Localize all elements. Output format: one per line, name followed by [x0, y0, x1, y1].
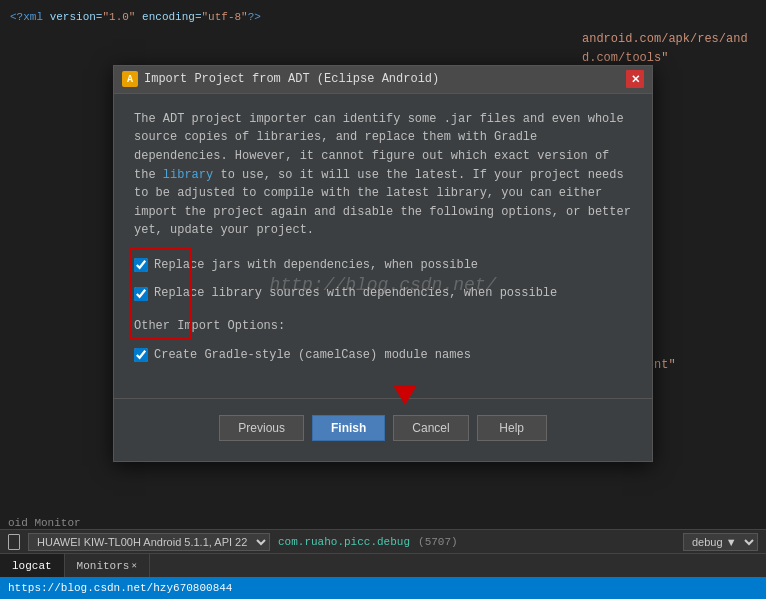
checkbox-replace-jars-label: Replace jars with dependencies, when pos…	[154, 256, 478, 275]
dialog-body: The ADT project importer can identify so…	[114, 94, 652, 391]
finish-button[interactable]: Finish	[312, 415, 385, 441]
checkbox-gradle-style-row: Create Gradle-style (camelCase) module n…	[134, 346, 632, 365]
device-selector[interactable]: HUAWEI KIW-TL00H Android 5.1.1, API 22	[28, 533, 270, 551]
checkbox-replace-library[interactable]	[134, 287, 148, 301]
device-icon	[8, 534, 20, 550]
cancel-button[interactable]: Cancel	[393, 415, 468, 441]
checkbox-replace-jars-row: Replace jars with dependencies, when pos…	[134, 256, 632, 275]
package-name: com.ruaho.picc.debug	[278, 536, 410, 548]
help-button[interactable]: Help	[477, 415, 547, 441]
dialog-icon: A	[122, 71, 138, 87]
android-monitor-label: oid Monitor	[8, 517, 81, 529]
dialog-description: The ADT project importer can identify so…	[134, 110, 632, 240]
checkbox-gradle-style-label: Create Gradle-style (camelCase) module n…	[154, 346, 471, 365]
tab-logcat[interactable]: logcat	[0, 554, 65, 577]
dialog-title: Import Project from ADT (Eclipse Android…	[144, 72, 620, 86]
checkbox-replace-jars[interactable]	[134, 258, 148, 272]
bottom-tabs: logcat Monitors ✕	[0, 553, 766, 577]
debug-selector[interactable]: debug ▼	[683, 533, 758, 551]
device-bar: HUAWEI KIW-TL00H Android 5.1.1, API 22 c…	[0, 529, 766, 553]
status-url: https://blog.csdn.net/hzy670800844	[8, 582, 232, 594]
dialog-footer: Previous Finish Cancel Help	[114, 398, 652, 461]
pid: (5707)	[418, 536, 458, 548]
previous-button[interactable]: Previous	[219, 415, 304, 441]
import-dialog: A Import Project from ADT (Eclipse Andro…	[113, 65, 653, 463]
dialog-overlay: A Import Project from ADT (Eclipse Andro…	[0, 22, 766, 505]
checkbox-replace-library-row: Replace library sources with dependencie…	[134, 284, 632, 303]
dialog-titlebar: A Import Project from ADT (Eclipse Andro…	[114, 66, 652, 94]
checkbox-gradle-style[interactable]	[134, 348, 148, 362]
status-bar: https://blog.csdn.net/hzy670800844	[0, 577, 766, 599]
tab-monitors[interactable]: Monitors ✕	[65, 554, 150, 577]
close-button[interactable]: ✕	[626, 70, 644, 88]
checkbox-replace-library-label: Replace library sources with dependencie…	[154, 284, 557, 303]
other-import-section-title: Other Import Options:	[134, 317, 632, 336]
